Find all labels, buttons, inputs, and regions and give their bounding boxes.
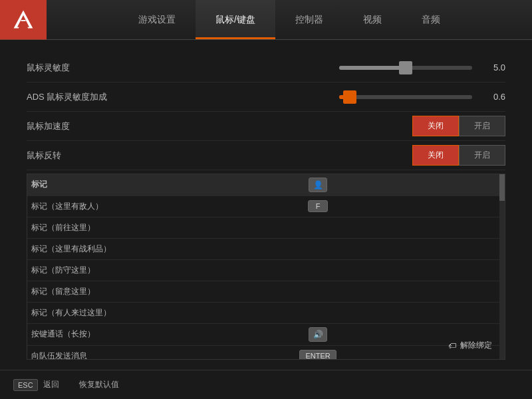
- mouse-sensitivity-slider-container: 5.0: [173, 63, 505, 72]
- keybind-key1-enemy[interactable]: F: [255, 196, 380, 217]
- ads-sensitivity-control: 0.6: [173, 92, 505, 102]
- keybind-row-message: 向队伍发送消息 ENTER: [27, 345, 505, 360]
- keybind-row-watch: 标记（留意这里）: [27, 281, 505, 302]
- keybind-key2-watch[interactable]: [380, 281, 505, 302]
- keybind-key1-message[interactable]: ENTER: [255, 345, 380, 360]
- mouse-sensitivity-label: 鼠标灵敏度: [27, 62, 173, 74]
- keybind-label-defend: 标记（防守这里）: [27, 259, 255, 281]
- ads-sensitivity-row: ADS 鼠标灵敏度加成 0.6: [27, 82, 505, 112]
- tab-audio[interactable]: 音频: [402, 0, 460, 39]
- tab-mouse-keyboard[interactable]: 鼠标/键盘: [196, 0, 275, 39]
- mouse-sensitivity-value: 5.0: [479, 63, 505, 72]
- mouse-sensitivity-track[interactable]: [339, 66, 472, 70]
- mouse-invert-control: 关闭 开启: [173, 145, 505, 166]
- esc-back-text: 返回: [43, 379, 59, 390]
- keybind-wrapper: 标记 👤 标记（这里有敌人） F: [27, 174, 505, 360]
- tab-game-settings[interactable]: 游戏设置: [118, 0, 196, 39]
- mouse-invert-toggle: 关闭 开启: [412, 145, 505, 166]
- header: 游戏设置 鼠标/键盘 控制器 视频 音频: [0, 0, 532, 40]
- reset-defaults-label: 恢复默认值: [79, 379, 119, 390]
- speaker-icon: 🔊: [309, 327, 327, 342]
- esc-back-button[interactable]: ESC 返回: [13, 379, 59, 391]
- svg-rect-2: [21, 20, 25, 21]
- mouse-acceleration-toggle: 关闭 开启: [412, 116, 505, 136]
- keybind-row-enemy: 标记（这里有敌人） F: [27, 196, 505, 217]
- bottom-bar: ESC 返回 恢复默认值: [0, 370, 532, 399]
- keybind-key2-goto[interactable]: [380, 217, 505, 238]
- keybind-row-loot: 标记（这里有战利品）: [27, 238, 505, 259]
- keybind-label-enemy: 标记（这里有敌人）: [27, 196, 255, 217]
- key-badge-F[interactable]: F: [308, 200, 328, 212]
- mouse-acceleration-off[interactable]: 关闭: [412, 116, 459, 136]
- keybind-section: 标记 👤 标记（这里有敌人） F: [27, 174, 505, 386]
- keybind-key2-enemy[interactable]: [380, 196, 505, 217]
- keybind-key1-loot[interactable]: [255, 238, 380, 259]
- keybind-row-someone: 标记（有人来过这里）: [27, 302, 505, 323]
- nav-tabs: 游戏设置 鼠标/键盘 控制器 视频 音频: [47, 0, 532, 39]
- mouse-invert-on[interactable]: 开启: [459, 145, 505, 166]
- mouse-acceleration-on[interactable]: 开启: [459, 116, 505, 136]
- keybind-label-goto: 标记（前往这里）: [27, 217, 255, 238]
- mouse-acceleration-label: 鼠标加速度: [27, 120, 173, 132]
- mouse-sensitivity-fill: [339, 66, 406, 70]
- keybind-key2-defend[interactable]: [380, 259, 505, 281]
- section-header-marks: 标记 👤: [27, 174, 505, 196]
- unbind-label: 解除绑定: [460, 340, 492, 351]
- mouse-invert-off[interactable]: 关闭: [412, 145, 459, 166]
- mouse-invert-label: 鼠标反转: [27, 150, 173, 162]
- unbind-button[interactable]: 🏷 解除绑定: [448, 340, 492, 351]
- reset-defaults-button[interactable]: 恢复默认值: [79, 379, 119, 390]
- keybind-key1-goto[interactable]: [255, 217, 380, 238]
- scrollbar[interactable]: [499, 174, 505, 359]
- mouse-sensitivity-control: 5.0: [173, 63, 505, 72]
- keybind-label-someone: 标记（有人来过这里）: [27, 302, 255, 323]
- keybind-row-defend: 标记（防守这里）: [27, 259, 505, 281]
- logo-area: [0, 0, 47, 40]
- key-badge-enter[interactable]: ENTER: [299, 350, 336, 360]
- keybind-key1-ptt[interactable]: 🔊: [255, 323, 380, 345]
- tab-video[interactable]: 视频: [343, 0, 402, 39]
- keybind-key2-loot[interactable]: [380, 238, 505, 259]
- keybind-label-watch: 标记（留意这里）: [27, 281, 255, 302]
- ads-sensitivity-value: 0.6: [479, 92, 505, 102]
- keybind-key1-defend[interactable]: [255, 259, 380, 281]
- mouse-acceleration-control: 关闭 开启: [173, 116, 505, 136]
- section-marks-label: 标记: [27, 174, 255, 196]
- unbind-icon: 🏷: [448, 341, 456, 350]
- keybind-label-message: 向队伍发送消息: [27, 345, 255, 360]
- ads-sensitivity-label: ADS 鼠标灵敏度加成: [27, 91, 173, 103]
- esc-key-label: ESC: [13, 379, 38, 391]
- keybind-label-loot: 标记（这里有战利品）: [27, 238, 255, 259]
- keybind-key2-someone[interactable]: [380, 302, 505, 323]
- keybind-key1-someone[interactable]: [255, 302, 380, 323]
- section-marks-key1: 👤: [255, 174, 380, 196]
- mouse-invert-row: 鼠标反转 关闭 开启: [27, 141, 505, 170]
- tab-controller[interactable]: 控制器: [275, 0, 343, 39]
- mouse-acceleration-row: 鼠标加速度 关闭 开启: [27, 112, 505, 141]
- ads-sensitivity-track[interactable]: [339, 95, 472, 99]
- keybind-key1-watch[interactable]: [255, 281, 380, 302]
- scrollbar-thumb[interactable]: [499, 174, 505, 201]
- section-marks-key2: [380, 174, 505, 196]
- ads-sensitivity-slider-container: 0.6: [173, 92, 505, 102]
- mouse-sensitivity-thumb[interactable]: [399, 61, 412, 74]
- keybind-table: 标记 👤 标记（这里有敌人） F: [27, 174, 505, 360]
- marks-icon: 👤: [309, 178, 327, 192]
- keybind-row-goto: 标记（前往这里）: [27, 217, 505, 238]
- mouse-sensitivity-row: 鼠标灵敏度 5.0: [27, 53, 505, 82]
- apex-logo: [11, 8, 35, 32]
- keybind-row-ptt: 按键通话（长按） 🔊: [27, 323, 505, 345]
- ads-sensitivity-thumb[interactable]: [343, 90, 356, 104]
- main-content: 鼠标灵敏度 5.0 ADS 鼠标灵敏度加成 0.6 鼠标: [0, 40, 532, 399]
- keybind-label-ptt: 按键通话（长按）: [27, 323, 255, 345]
